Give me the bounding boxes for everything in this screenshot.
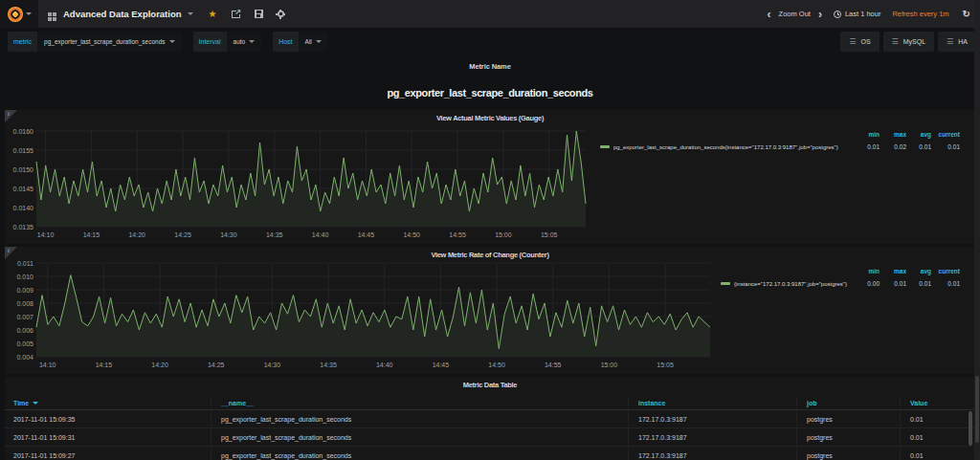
table-cell: 172.17.0.3:9187 bbox=[629, 410, 797, 427]
svg-text:0.004: 0.004 bbox=[16, 354, 33, 361]
table-cell: pg_exporter_last_scrape_duration_seconds bbox=[212, 428, 629, 446]
svg-text:15:05: 15:05 bbox=[657, 361, 674, 368]
table-cell: 172.17.0.3:9187 bbox=[629, 428, 797, 446]
table-panel-title[interactable]: Metric Data Table bbox=[5, 381, 975, 389]
table-header-row: Time__name__instancejobValue bbox=[5, 397, 975, 410]
chevron-down-icon bbox=[316, 40, 322, 43]
metric-name-panel-title[interactable]: Metric Name bbox=[0, 62, 980, 71]
dashboard-title-dropdown[interactable]: Advanced Data Exploration bbox=[48, 9, 193, 19]
svg-text:0.007: 0.007 bbox=[16, 314, 33, 320]
variable-host: Host All bbox=[273, 32, 328, 52]
variable-interval-value: auto bbox=[234, 38, 246, 45]
table-column-header[interactable]: __name__ bbox=[212, 397, 629, 409]
refresh-interval-button[interactable]: Refresh every 1m bbox=[892, 10, 948, 18]
svg-text:14:10: 14:10 bbox=[39, 361, 56, 368]
variable-metric-label[interactable]: metric bbox=[8, 32, 37, 52]
svg-text:14:55: 14:55 bbox=[449, 231, 466, 238]
grafana-logo-button[interactable] bbox=[0, 0, 38, 28]
table-column-header[interactable]: job bbox=[797, 397, 901, 409]
save-icon[interactable] bbox=[255, 10, 263, 18]
svg-text:0.0145: 0.0145 bbox=[13, 186, 34, 192]
gear-icon[interactable] bbox=[278, 11, 284, 17]
table-cell: 0.01 bbox=[901, 428, 975, 446]
legend-header-current[interactable]: current bbox=[931, 268, 960, 274]
legend-series-label[interactable]: pg_exporter_last_scrape_duration_seconds… bbox=[600, 144, 853, 150]
legend-series-label[interactable]: {instance="172.17.0.3:9187",job="postgre… bbox=[721, 281, 853, 287]
svg-text:14:30: 14:30 bbox=[220, 231, 237, 238]
table-row: 2017-11-01 15:09:27pg_exporter_last_scra… bbox=[5, 447, 975, 460]
legend-current-value: 0.01 bbox=[931, 280, 960, 287]
legend-header-current[interactable]: current bbox=[931, 131, 960, 138]
legend-header-avg[interactable]: avg bbox=[906, 131, 931, 138]
share-icon[interactable] bbox=[232, 11, 240, 18]
legend-max-value: 0.01 bbox=[880, 280, 906, 287]
svg-text:0.005: 0.005 bbox=[16, 340, 33, 347]
variable-metric: metric pg_exporter_last_scrape_duration_… bbox=[8, 32, 182, 52]
svg-text:15:00: 15:00 bbox=[495, 231, 512, 238]
table-cell: 172.17.0.3:9187 bbox=[629, 447, 797, 460]
series-color-icon[interactable] bbox=[600, 145, 610, 148]
svg-text:14:35: 14:35 bbox=[320, 361, 337, 368]
svg-text:14:45: 14:45 bbox=[358, 231, 375, 238]
legend-header-min[interactable]: min bbox=[853, 131, 880, 138]
svg-text:0.0135: 0.0135 bbox=[13, 224, 34, 230]
link-button-mysql[interactable]: ☰ MySQL bbox=[883, 32, 935, 52]
metric-name-value: pg_exporter_last_scrape_duration_seconds bbox=[0, 87, 980, 99]
link-button-os[interactable]: ☰ OS bbox=[840, 32, 879, 52]
chevron-down-icon bbox=[249, 40, 255, 43]
svg-text:14:30: 14:30 bbox=[264, 361, 281, 368]
variable-interval-label[interactable]: Interval bbox=[193, 32, 227, 52]
link-button-ha[interactable]: ☰ HA bbox=[938, 32, 976, 52]
legend-avg-value: 0.01 bbox=[906, 143, 931, 150]
svg-text:0.0155: 0.0155 bbox=[13, 147, 34, 154]
table-column-header[interactable]: Value bbox=[901, 397, 975, 409]
submenu: metric pg_exporter_last_scrape_duration_… bbox=[0, 28, 980, 55]
variable-metric-value-dropdown[interactable]: pg_exporter_last_scrape_duration_seconds bbox=[37, 32, 181, 52]
svg-text:0.011: 0.011 bbox=[17, 260, 33, 267]
sort-desc-icon bbox=[33, 402, 38, 405]
svg-text:14:20: 14:20 bbox=[128, 231, 145, 238]
refresh-icon[interactable]: ↻ bbox=[963, 9, 970, 19]
legend-header-max[interactable]: max bbox=[880, 131, 906, 138]
time-forward-chevron[interactable]: › bbox=[818, 9, 822, 20]
time-back-chevron[interactable]: ‹ bbox=[768, 9, 771, 20]
svg-text:14:35: 14:35 bbox=[266, 231, 283, 238]
variable-host-value-dropdown[interactable]: All bbox=[299, 32, 328, 52]
star-icon[interactable]: ★ bbox=[209, 10, 217, 19]
grafana-logo-icon bbox=[8, 7, 23, 22]
legend-header-max[interactable]: max bbox=[880, 268, 906, 274]
svg-text:14:50: 14:50 bbox=[488, 361, 505, 368]
time-range-label: Last 1 hour bbox=[845, 10, 881, 18]
variable-host-label[interactable]: Host bbox=[273, 32, 298, 52]
legend-header-avg[interactable]: avg bbox=[906, 268, 931, 274]
svg-text:0.009: 0.009 bbox=[16, 287, 33, 294]
counter-legend: min max avg current {instance="172.17.0.… bbox=[721, 265, 960, 290]
series-color-icon[interactable] bbox=[721, 282, 730, 285]
legend-header-min[interactable]: min bbox=[853, 268, 880, 274]
table-row: 2017-11-01 15:09:35pg_exporter_last_scra… bbox=[5, 410, 975, 428]
variable-interval: Interval auto bbox=[193, 32, 262, 52]
svg-text:14:40: 14:40 bbox=[376, 361, 393, 368]
svg-text:14:45: 14:45 bbox=[433, 361, 450, 368]
svg-text:14:15: 14:15 bbox=[96, 361, 113, 368]
series-name: pg_exporter_last_scrape_duration_seconds… bbox=[613, 144, 838, 150]
svg-text:0.008: 0.008 bbox=[16, 300, 33, 307]
table-column-header[interactable]: Time bbox=[5, 397, 212, 409]
legend-max-value: 0.02 bbox=[880, 143, 906, 150]
svg-text:14:50: 14:50 bbox=[403, 231, 420, 238]
variable-metric-value: pg_exporter_last_scrape_duration_seconds bbox=[44, 38, 165, 45]
table-scrollbar[interactable] bbox=[969, 411, 972, 446]
svg-text:14:25: 14:25 bbox=[174, 231, 191, 238]
zoom-out-button[interactable]: Zoom Out bbox=[779, 10, 811, 18]
browser-scrollbar-thumb[interactable] bbox=[975, 376, 979, 443]
svg-text:0.010: 0.010 bbox=[16, 274, 33, 280]
time-picker[interactable]: Last 1 hour bbox=[834, 10, 881, 18]
browser-scrollbar[interactable] bbox=[974, 0, 980, 460]
counter-graph-panel: i View Metric Rate of Change (Counter) 0… bbox=[5, 247, 975, 374]
svg-text:0.0160: 0.0160 bbox=[13, 128, 34, 135]
legend-avg-value: 0.01 bbox=[906, 280, 931, 287]
variable-interval-value-dropdown[interactable]: auto bbox=[227, 32, 262, 52]
table-column-header[interactable]: instance bbox=[629, 397, 797, 409]
svg-text:15:00: 15:00 bbox=[601, 361, 618, 368]
chevron-down-icon bbox=[188, 12, 193, 15]
